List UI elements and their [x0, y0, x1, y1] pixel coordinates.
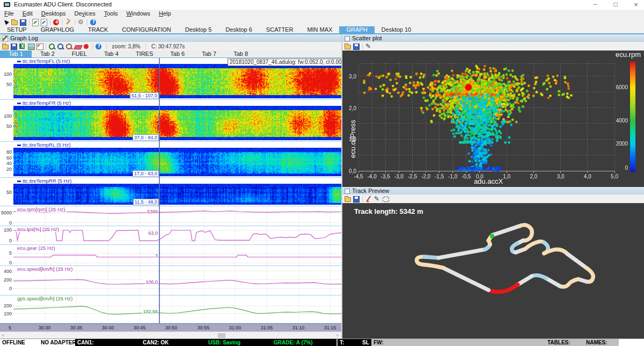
tab-track[interactable]: TRACK	[81, 26, 115, 33]
frame-icon[interactable]	[36, 43, 43, 50]
help-icon[interactable]	[95, 43, 103, 50]
track-segment-tan	[521, 225, 532, 241]
chart-page2-icon[interactable]	[40, 19, 48, 26]
channel-ttc-tiretemprr[interactable]: 50ttc.tireTempRR (5 Hz)11,5 - 48,0	[0, 178, 341, 206]
probe-icon[interactable]	[365, 196, 372, 203]
graphlog-tab-tab-8[interactable]: Tab 8	[225, 51, 257, 57]
chart-page-icon[interactable]	[32, 19, 39, 26]
open-icon[interactable]	[11, 19, 18, 26]
channel-gps-speed-km-h[interactable]: 200100gps.speed[km/h] (25 Hz)102,56	[0, 295, 341, 323]
time-tick-label: 5	[9, 325, 16, 330]
scatter-title-bar[interactable]: Scatter plot	[342, 34, 644, 42]
image-icon[interactable]	[27, 43, 35, 50]
open-icon[interactable]	[344, 196, 352, 203]
tab-setup[interactable]: SETUP	[0, 26, 34, 33]
heatmap-canvas[interactable]	[13, 148, 341, 176]
graph-channels-area[interactable]: 10050ttc.tireTempFL (5 Hz)61,5 - 107,010…	[0, 58, 341, 323]
title-bar[interactable]: Ecumaster ADU Client. Disconnected − □ ×	[0, 0, 644, 10]
scatter-plot-canvas[interactable]	[342, 51, 644, 187]
channel-ttc-tiretemprl[interactable]: 80604020ttc.tireTempRL (5 Hz)17,0 - 63,0	[0, 142, 341, 178]
toolbar-separator	[46, 44, 46, 49]
tab-desktop-10[interactable]: Desktop 10	[375, 26, 419, 33]
heatmap-canvas[interactable]	[13, 106, 341, 140]
axis-tick-label: 40	[0, 161, 12, 166]
minimize-button[interactable]: −	[586, 0, 604, 10]
graphlog-tab-tab-4[interactable]: Tab 4	[96, 51, 127, 57]
horizontal-scrollbar[interactable]: ‹ ›	[0, 331, 341, 339]
time-axis[interactable]: 530:3030:3530:4030:4530:5030:5531:0031:0…	[0, 323, 341, 332]
save-icon[interactable]	[19, 19, 27, 26]
tab-scatter[interactable]: SCATTER	[259, 26, 301, 33]
channel-ecu-gear[interactable]: 50ecu.gear (25 Hz)3	[0, 245, 341, 266]
save-icon[interactable]	[353, 196, 360, 203]
save-icon[interactable]	[353, 43, 360, 50]
time-tick-label: 30:55	[194, 325, 213, 330]
zoom-in-icon[interactable]	[48, 43, 56, 50]
heatmap-canvas[interactable]	[13, 64, 341, 98]
scroll-left-arrow[interactable]: ‹	[2, 333, 4, 338]
eraser-icon[interactable]	[74, 43, 82, 50]
wrench-icon[interactable]	[65, 19, 72, 26]
pencil-icon[interactable]	[374, 196, 381, 203]
open-icon[interactable]	[344, 43, 352, 50]
open-icon[interactable]	[2, 43, 9, 50]
time-tick-label: 30:30	[35, 325, 54, 330]
menu-file[interactable]: File	[0, 10, 18, 18]
graphlog-tab-tires[interactable]: TIRES	[127, 51, 162, 57]
app-icon	[4, 2, 10, 7]
colorbar-title: ecu.rpm	[616, 52, 641, 57]
graphlog-tab-tab-6[interactable]: Tab 6	[162, 51, 193, 57]
gear-icon[interactable]	[77, 19, 85, 26]
track-title-bar[interactable]: Track Preview	[342, 187, 644, 195]
toolbar-separator	[362, 44, 363, 49]
channel-label: gps.speed[km/h] (25 Hz)	[16, 295, 74, 301]
scrollbar-thumb[interactable]	[218, 333, 225, 338]
axis-tick-label: 5	[0, 250, 12, 256]
menu-edit[interactable]: Edit	[18, 10, 37, 18]
time-tick-label: 31:00	[226, 325, 244, 330]
tab-desktop-6[interactable]: Desktop 6	[218, 26, 259, 33]
axis-tick-label: 0	[0, 260, 12, 265]
graph-log-title-bar[interactable]: Graph Log	[0, 34, 341, 42]
tab-min-max[interactable]: MIN MAX	[300, 26, 339, 33]
menu-tools[interactable]: Tools	[100, 10, 122, 18]
record-icon[interactable]	[83, 43, 90, 50]
channel-ttc-tiretempfr[interactable]: 10050ttc.tireTempFR (5 Hz)37,0 - 84,0	[0, 100, 341, 142]
menu-devices[interactable]: Devices	[70, 10, 100, 18]
track-map-area[interactable]: Track length: 5342 m	[342, 203, 644, 338]
track-title: Track Preview	[352, 188, 389, 194]
tab-configuration[interactable]: CONFIGURATION	[115, 26, 178, 33]
menu-windows[interactable]: Windows	[122, 10, 155, 18]
channel-ecu-rpm-rpm[interactable]: 50000ecu.rpm[rpm] (25 Hz)5389	[0, 206, 341, 226]
graphlog-tab-tab-2[interactable]: Tab 2	[32, 51, 63, 57]
tab-desktop-5[interactable]: Desktop 5	[178, 26, 219, 33]
close-button[interactable]: ×	[627, 0, 644, 10]
channel-ecu-speed-km-h[interactable]: 4002000ecu.speed[km/h] (25 Hz)106,0	[0, 266, 341, 295]
heatmap-canvas[interactable]	[13, 184, 341, 205]
menu-help[interactable]: Help	[155, 10, 175, 18]
line-chart-canvas[interactable]	[13, 226, 341, 244]
lasso-icon[interactable]	[382, 196, 390, 203]
maximize-button[interactable]: □	[606, 0, 625, 10]
line-chart-canvas[interactable]	[13, 245, 341, 265]
cursor-time-label: C: 30:47.927s	[149, 42, 187, 51]
status-bar: OFFLINENO ADAPTERCAN1:CAN2: OKUSB: Savin…	[0, 338, 644, 346]
zoom-out-icon[interactable]	[57, 43, 64, 50]
help-icon[interactable]	[90, 19, 97, 26]
tab-graphlog[interactable]: GRAPHLOG	[34, 26, 81, 33]
save-icon[interactable]	[10, 43, 18, 50]
channel-ecu-tps[interactable]: 1000ecu.tps[%] (25 Hz)63,0	[0, 226, 341, 245]
graphlog-tab-fuel[interactable]: FUEL	[63, 51, 96, 57]
axis-tick-label: 50	[0, 124, 12, 129]
pointer-icon[interactable]	[2, 19, 10, 26]
zoom-reset-icon[interactable]	[65, 43, 73, 50]
graphlog-tab-tab-1[interactable]: Tab 1	[0, 51, 32, 57]
scroll-right-arrow[interactable]: ›	[336, 333, 338, 338]
add-icon[interactable]	[53, 19, 60, 26]
graphlog-tab-tab-7[interactable]: Tab 7	[193, 51, 225, 57]
tab-graph[interactable]: GRAPH	[339, 26, 374, 33]
pencil-icon[interactable]	[365, 43, 372, 50]
excel-icon[interactable]	[19, 43, 26, 50]
toolbar-separator	[62, 19, 63, 25]
menu-desktops[interactable]: Desktops	[37, 10, 70, 18]
